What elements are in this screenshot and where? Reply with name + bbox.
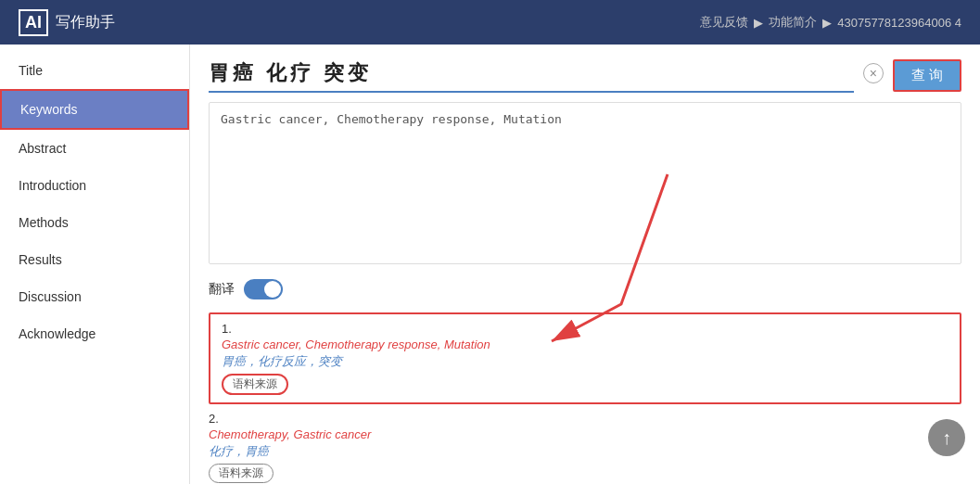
result-english-2: Chemotherapy, Gastric cancer [209, 427, 961, 441]
sidebar-item-results[interactable]: Results [0, 241, 189, 278]
scroll-top-button[interactable]: ↑ [928, 419, 965, 456]
result-item-2: 2. Chemotherapy, Gastric cancer 化疗，胃癌 语料… [209, 412, 961, 483]
keywords-textarea[interactable]: Gastric cancer, Chemotherapy response, M… [209, 102, 961, 264]
sidebar-item-acknowledge[interactable]: Acknowledge [0, 315, 189, 352]
logo: AI 写作助手 [19, 9, 115, 36]
sidebar-item-title[interactable]: Title [0, 52, 189, 89]
sidebar-item-discussion[interactable]: Discussion [0, 278, 189, 315]
header-nav: 意见反馈 ▶ 功能简介 ▶ 43075778123964006 4 [700, 14, 961, 31]
source-tag-1[interactable]: 语料来源 [222, 374, 288, 395]
arrow-icon-2: ▶ [822, 16, 832, 30]
sidebar-item-methods[interactable]: Methods [0, 204, 189, 241]
scroll-top-icon: ↑ [942, 427, 951, 449]
arrow-icon-1: ▶ [754, 16, 763, 30]
keywords-chinese: 胃癌 化疗 突变 [209, 61, 372, 84]
result-chinese-2: 化疗，胃癌 [209, 443, 961, 460]
translate-row: 翻译 [209, 279, 961, 299]
feedback-link[interactable]: 意见反馈 [700, 14, 748, 31]
feature-link[interactable]: 功能简介 [769, 14, 817, 31]
header: AI 写作助手 意见反馈 ▶ 功能简介 ▶ 43075778123964006 … [0, 0, 980, 45]
result-item-1: 1. Gastric cancer, Chemotherapy response… [209, 312, 961, 404]
sidebar-item-introduction[interactable]: Introduction [0, 167, 189, 204]
translate-label: 翻译 [209, 281, 235, 298]
toggle-knob [264, 281, 281, 298]
logo-text: 写作助手 [56, 13, 115, 32]
result-number-2: 2. [209, 412, 961, 426]
clear-button[interactable]: × [863, 63, 884, 83]
sidebar: Title Keywords Abstract Introduction Met… [0, 45, 190, 484]
main-content: 胃癌 化疗 突变 × 查 询 Gastric cancer, Chemother… [190, 45, 980, 484]
results-area: 1. Gastric cancer, Chemotherapy response… [209, 312, 961, 483]
query-button[interactable]: 查 询 [893, 59, 961, 92]
result-number-1: 1. [222, 322, 948, 336]
user-id: 43075778123964006 4 [837, 16, 961, 30]
logo-icon: AI [19, 9, 48, 36]
keywords-title-area: 胃癌 化疗 突变 [209, 59, 854, 93]
result-chinese-1: 胃癌，化疗反应，突变 [222, 353, 948, 370]
layout: Title Keywords Abstract Introduction Met… [0, 45, 980, 484]
sidebar-item-keywords[interactable]: Keywords [0, 89, 189, 130]
result-english-1: Gastric cancer, Chemotherapy response, M… [222, 338, 948, 351]
sidebar-item-abstract[interactable]: Abstract [0, 130, 189, 167]
source-tag-2[interactable]: 语料来源 [209, 464, 274, 483]
keywords-input-row: 胃癌 化疗 突变 × 查 询 [209, 59, 961, 93]
translate-toggle[interactable] [244, 279, 283, 299]
